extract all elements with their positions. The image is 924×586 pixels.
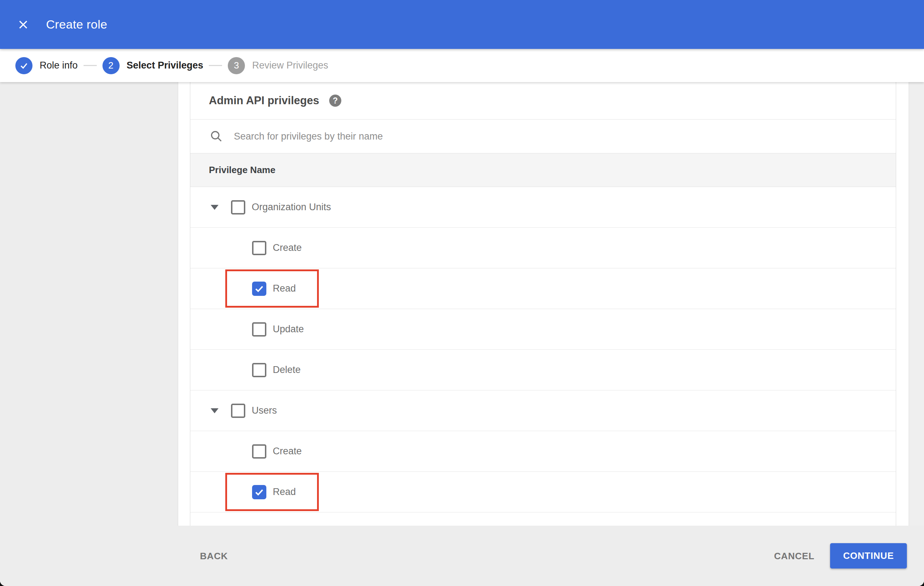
search-icon [210,130,223,143]
page-title: Create role [46,18,107,31]
privilege-row-create: Create [190,431,896,472]
close-icon[interactable] [17,18,30,31]
privilege-label: Users [252,405,277,416]
highlight-box [225,270,319,308]
help-icon[interactable]: ? [329,95,342,107]
privilege-checkbox[interactable] [231,403,245,418]
step-label: Review Privileges [252,60,328,71]
privilege-row-update: Update [190,309,896,350]
step-complete-check-icon [15,57,33,74]
collapse-arrow-icon[interactable] [211,205,218,210]
privilege-search-input[interactable] [234,131,896,142]
privilege-row-read: Read [190,268,896,309]
privilege-checkbox[interactable] [252,322,266,337]
privilege-label: Read [273,486,296,497]
privilege-label: Organization Units [252,202,331,213]
privilege-label: Delete [273,364,300,375]
privilege-label: Create [273,446,302,457]
privilege-search-row [190,120,896,153]
step-role-info: Role info [15,57,78,74]
privilege-checkbox[interactable] [231,200,245,214]
dialog-titlebar: Create role [0,0,924,49]
privilege-row-read: Read [190,472,896,512]
wizard-stepper: Role info 2 Select Privileges 3 Review P… [0,49,924,82]
privileges-card: Admin API privileges ? Privilege Name [190,82,896,526]
step-number-badge: 2 [102,57,120,74]
vertical-scrollbar[interactable] [909,82,924,526]
privilege-row-create: Create [190,228,896,268]
privilege-checkbox[interactable] [252,485,266,499]
left-empty-pane [0,82,178,526]
step-review-privileges: 3 Review Privileges [228,57,328,74]
privilege-checkbox[interactable] [252,363,266,377]
step-select-privileges: 2 Select Privileges [102,57,203,74]
privilege-label: Update [273,324,304,335]
table-column-header: Privilege Name [190,153,896,187]
step-label: Select Privileges [127,60,203,71]
back-button[interactable]: BACK [200,550,228,561]
dialog-content: Admin API privileges ? Privilege Name [0,82,924,586]
dialog-footer: BACK CANCEL CONTINUE [0,526,924,586]
step-connector [84,65,97,66]
privilege-row-delete: Delete [190,350,896,390]
step-connector [209,65,222,66]
step-label: Role info [40,60,78,71]
continue-button[interactable]: CONTINUE [830,543,907,568]
cancel-button[interactable]: CANCEL [774,550,814,561]
privilege-checkbox[interactable] [252,241,266,255]
privilege-label: Read [273,283,296,294]
privilege-row-users: Users [190,390,896,431]
privilege-row-organization-units: Organization Units [190,187,896,228]
privilege-checkbox[interactable] [252,281,266,296]
privilege-checkbox[interactable] [252,444,266,459]
privilege-label: Create [273,242,302,253]
collapse-arrow-icon[interactable] [211,408,218,413]
create-role-dialog: Create role Role info 2 Select Privilege… [0,0,924,586]
card-title: Admin API privileges [209,94,319,107]
card-header: Admin API privileges ? [190,82,896,120]
step-number-badge: 3 [228,57,245,74]
highlight-box [225,473,319,511]
